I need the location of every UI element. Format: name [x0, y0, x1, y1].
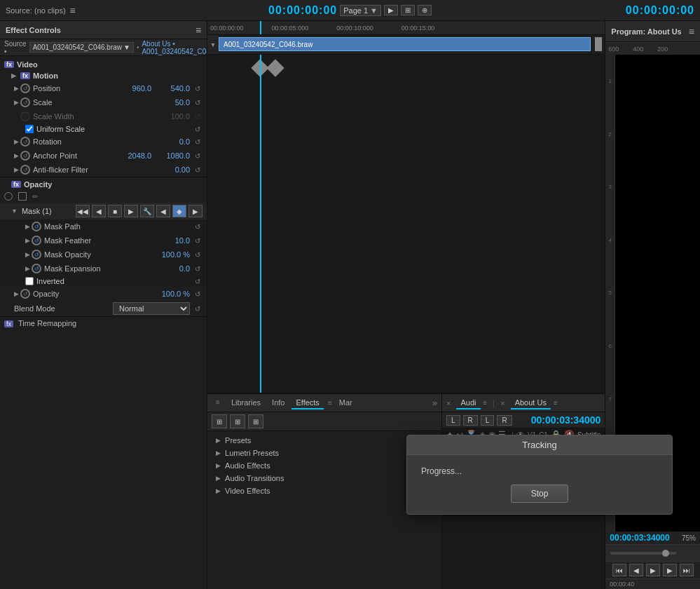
monitor-menu-icon[interactable]: ≡ [689, 26, 694, 37]
hamburger-icon[interactable]: ≡ [70, 5, 76, 16]
mask-arrow-right-btn[interactable]: ▶ [188, 205, 203, 217]
position-y-value[interactable]: 540.0 [151, 84, 190, 93]
anti-flicker-value[interactable]: 0.00 [151, 165, 190, 174]
video-section-header[interactable]: fx Video [0, 59, 207, 70]
mask-opacity-reset-btn[interactable]: ↺ [193, 251, 203, 259]
anchor-x-value[interactable]: 2048.0 [113, 151, 151, 160]
timecode-right: 00:00:00:00 [626, 4, 694, 17]
opacity-value-row: ▶ ↺ Opacity 100.0 % ↺ [0, 287, 207, 301]
position-x-value[interactable]: 960.0 [113, 84, 151, 93]
mask-expansion-value[interactable]: 0.0 [151, 264, 190, 273]
anti-flicker-reset-btn[interactable]: ↺ [193, 166, 203, 174]
mask-opacity-value[interactable]: 100.0 % [151, 250, 190, 259]
anti-flicker-label: Anti-flicker Filter [33, 165, 151, 174]
breadcrumb-link[interactable]: About Us • A001_03240542_C046.braw [142, 40, 207, 55]
mask-feather-reset-btn[interactable]: ↺ [193, 237, 203, 245]
monitor-scrubber-thumb[interactable] [662, 550, 669, 557]
loop-r-btn[interactable]: R [463, 415, 478, 426]
opacity-value-reset[interactable]: ↺ [193, 290, 203, 298]
scale-reset-btn[interactable]: ↺ [193, 99, 203, 107]
markers-tab[interactable]: Mar [335, 397, 357, 409]
clip-block[interactable]: A001_03240542_C046.braw [219, 37, 591, 51]
libraries-tab[interactable]: Libraries [227, 397, 265, 409]
mask-opacity-expand[interactable]: ▶ [25, 251, 30, 258]
delete-btn[interactable]: ⊞ [248, 414, 263, 428]
mon-back-btn[interactable]: ◀ [629, 564, 643, 576]
loop-r2-btn[interactable]: R [497, 415, 512, 426]
page-extras-button[interactable]: ⊕ [418, 5, 432, 15]
page-selector[interactable]: Page 1 ▼ [340, 5, 381, 16]
mask-prev-btn[interactable]: ◀◀ [76, 205, 90, 217]
motion-section-header[interactable]: ▶ fx Motion [0, 70, 207, 81]
rotation-reset-btn[interactable]: ↺ [193, 138, 203, 146]
position-expand[interactable]: ▶ [14, 85, 19, 92]
browser-tab[interactable]: ≡ [212, 397, 224, 409]
blend-mode-select[interactable]: Normal Multiply Screen Overlay [113, 302, 190, 315]
mask-arrow-left-btn[interactable]: ◀ [156, 205, 170, 217]
opacity-expand[interactable]: ▶ [14, 290, 19, 297]
anti-flicker-expand[interactable]: ▶ [14, 166, 19, 173]
mask-stop-btn[interactable]: ■ [108, 205, 122, 217]
square-mask-icon[interactable] [18, 192, 27, 201]
mask-keyframe-btn[interactable]: ◆ [172, 205, 186, 217]
audio-menu-icon[interactable]: ≡ [483, 399, 488, 407]
motion-expand-icon[interactable]: ▶ [11, 72, 16, 79]
mon-prev-btn[interactable]: ⏮ [612, 564, 626, 576]
aboutus-tab-close[interactable]: × [500, 399, 505, 407]
clip-collapse-icon[interactable]: ▼ [207, 35, 219, 54]
mask-expansion-reset-btn[interactable]: ↺ [193, 265, 203, 273]
effects-tab[interactable]: Effects [291, 397, 323, 409]
page-dropdown-icon[interactable]: ▼ [370, 6, 378, 15]
rotation-value[interactable]: 0.0 [151, 137, 190, 146]
clip-dropdown-icon[interactable]: ▼ [123, 43, 130, 51]
mask-feather-value[interactable]: 10.0 [151, 236, 190, 245]
mask-next-btn[interactable]: 🔧 [140, 205, 154, 217]
mask-path-reset-btn[interactable]: ↺ [193, 223, 203, 231]
audio-tab[interactable]: Audi [456, 397, 480, 409]
aboutus-tab[interactable]: About Us [511, 397, 551, 409]
new-bin-btn[interactable]: ⊞ [212, 414, 227, 428]
loop-lr-btn[interactable]: L [446, 415, 460, 426]
uniform-scale-checkbox[interactable] [25, 125, 34, 133]
effect-controls-title: Effect Controls [6, 26, 61, 34]
circle-mask-icon[interactable] [4, 192, 13, 201]
mask-expansion-expand[interactable]: ▶ [25, 265, 30, 272]
opacity-value[interactable]: 100.0 % [151, 290, 190, 298]
inverted-checkbox[interactable] [25, 277, 34, 285]
anchor-y-value[interactable]: 1080.0 [151, 151, 190, 160]
find-btn[interactable]: ⊞ [230, 414, 245, 428]
anchor-expand[interactable]: ▶ [14, 152, 19, 159]
blend-reset-btn[interactable]: ↺ [193, 305, 203, 313]
audio-tab-close[interactable]: × [446, 399, 451, 407]
mon-next-btn[interactable]: ⏭ [680, 564, 694, 576]
dialog-stop-button[interactable]: Stop [511, 485, 569, 503]
effect-controls-menu-icon[interactable]: ≡ [195, 25, 201, 36]
mon-fwd-btn[interactable]: ▶ [663, 564, 677, 576]
monitor-zoom-level: 75% [682, 534, 696, 542]
info-tab[interactable]: Info [268, 397, 289, 409]
mask-path-expand[interactable]: ▶ [25, 223, 30, 230]
page-options-button[interactable]: ⊞ [401, 5, 415, 15]
expand-panels-btn[interactable]: » [432, 398, 437, 408]
rotation-expand[interactable]: ▶ [14, 138, 19, 145]
source-clip-name[interactable]: A001_03240542_C046.braw ▼ [29, 42, 134, 53]
mask-forward-btn[interactable]: ▶ [124, 205, 138, 217]
mon-play-btn[interactable]: ▶ [646, 564, 660, 576]
scale-value[interactable]: 50.0 [151, 98, 190, 107]
scale-expand[interactable]: ▶ [14, 99, 19, 106]
mask-back-btn[interactable]: ◀ [92, 205, 106, 217]
position-reset-btn[interactable]: ↺ [193, 85, 203, 93]
aboutus-menu-icon[interactable]: ≡ [554, 399, 558, 407]
mask-expand-icon[interactable]: ▼ [11, 208, 18, 215]
opacity-section-header[interactable]: fx Opacity [0, 177, 207, 190]
loop-l-btn[interactable]: L [481, 415, 495, 426]
inverted-reset-btn[interactable]: ↺ [193, 278, 203, 285]
mask-feather-expand[interactable]: ▶ [25, 237, 30, 244]
monitor-scrubber[interactable] [605, 544, 700, 561]
timeline-playhead[interactable] [260, 21, 261, 34]
anchor-reset-btn[interactable]: ↺ [193, 152, 203, 160]
effects-menu-icon[interactable]: ≡ [328, 399, 332, 407]
pen-mask-icon[interactable]: ✏ [32, 193, 38, 201]
add-page-button[interactable]: ▶ [384, 5, 398, 15]
uniform-scale-reset[interactable]: ↺ [193, 126, 203, 133]
